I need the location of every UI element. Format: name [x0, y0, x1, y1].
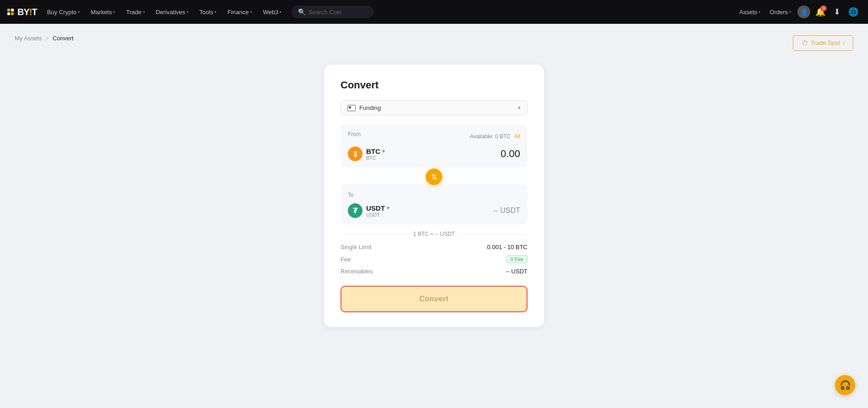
nav-finance[interactable]: Finance ▾ — [223, 0, 256, 24]
single-limit-label: Single Limit — [341, 244, 371, 250]
breadcrumb-separator: > — [45, 35, 49, 42]
arrow-right-icon: › — [843, 39, 845, 46]
nav-orders[interactable]: Orders ▾ — [766, 9, 795, 16]
rate-line-left — [341, 234, 409, 234]
single-limit-row: Single Limit 0.001 - 10 BTC — [341, 244, 527, 250]
chevron-down-icon: ▾ — [214, 10, 216, 14]
chevron-down-icon: ▾ — [250, 10, 252, 14]
available-all-button[interactable]: All — [514, 133, 520, 140]
chevron-down-icon: ▾ — [387, 205, 390, 211]
receivables-label: Receivables — [341, 268, 373, 275]
nav-trade[interactable]: Trade ▾ — [121, 0, 149, 24]
notification-badge: 3 — [820, 5, 827, 11]
logo-text: BY!T — [17, 7, 37, 17]
trade-spot-button[interactable]: ⏱ Trade Spot › — [793, 35, 853, 51]
logo-grid-icon — [7, 9, 14, 15]
nav-right: Assets ▾ Orders ▾ 👤 🔔 3 ⬇ 🌐 — [736, 5, 861, 19]
support-button[interactable]: 🎧 — [835, 375, 855, 395]
language-button[interactable]: 🌐 — [846, 5, 861, 19]
usdt-icon: ₮ — [348, 203, 363, 218]
btc-icon: ₿ — [348, 147, 363, 161]
chevron-down-icon: ▾ — [78, 10, 80, 14]
from-coin-info: BTC ▾ BTC — [366, 147, 385, 161]
swap-button-wrap: ⇅ — [341, 169, 527, 185]
nav-assets[interactable]: Assets ▾ — [736, 9, 764, 16]
chevron-down-icon: ▾ — [382, 148, 385, 154]
breadcrumb: My Assets > Convert — [15, 35, 73, 42]
profile-button[interactable]: 👤 — [797, 5, 811, 19]
chevron-down-icon: ▾ — [758, 10, 760, 14]
to-amount: -- USDT — [493, 207, 520, 215]
clock-icon: ⏱ — [802, 39, 808, 47]
chevron-down-icon: ▾ — [113, 10, 115, 14]
to-coin-info: USDT ▾ USDT — [366, 204, 390, 218]
chevron-down-icon: ▾ — [187, 10, 188, 14]
receivables-value: -- USDT — [505, 268, 527, 275]
nav-tools[interactable]: Tools ▾ — [195, 0, 221, 24]
fee-label: Fee — [341, 256, 351, 263]
from-box: From Available: 0 BTC All ₿ BTC ▾ BTC — [341, 125, 527, 168]
convert-card: Convert Funding ▾ From Available: 0 BTC … — [324, 65, 544, 327]
receivables-row: Receivables -- USDT — [341, 268, 527, 275]
card-title: Convert — [341, 79, 527, 91]
chevron-down-icon: ▾ — [280, 10, 281, 14]
from-amount[interactable]: 0.00 — [500, 148, 520, 160]
breadcrumb-my-assets[interactable]: My Assets — [15, 35, 42, 42]
chevron-down-icon: ▾ — [143, 10, 145, 14]
page-content: My Assets > Convert ⏱ Trade Spot › Conve… — [0, 24, 868, 408]
headset-icon: 🎧 — [840, 380, 851, 391]
nav-markets[interactable]: Markets ▾ — [86, 0, 120, 24]
funding-icon — [347, 105, 356, 111]
fee-row: Fee 0 Fee — [341, 255, 527, 263]
download-icon: ⬇ — [834, 7, 841, 17]
avatar: 👤 — [797, 5, 810, 18]
search-bar[interactable]: 🔍 Search Coin — [291, 5, 374, 18]
download-button[interactable]: ⬇ — [830, 5, 844, 19]
search-icon: 🔍 — [298, 8, 306, 16]
from-row: ₿ BTC ▾ BTC 0.00 — [348, 147, 520, 161]
swap-button[interactable]: ⇅ — [426, 169, 442, 185]
to-label: To — [348, 192, 354, 198]
fee-badge: 0 Fee — [506, 255, 527, 263]
chevron-down-icon: ▾ — [518, 105, 521, 111]
convert-button-wrap: Convert — [341, 286, 527, 312]
single-limit-value: 0.001 - 10 BTC — [487, 244, 527, 250]
globe-icon: 🌐 — [848, 7, 858, 17]
available-text: Available: 0 BTC All — [470, 133, 520, 140]
notifications-button[interactable]: 🔔 3 — [813, 5, 828, 19]
nav-web3[interactable]: Web3 ▾ — [258, 0, 286, 24]
to-coin-selector[interactable]: ₮ USDT ▾ USDT — [348, 203, 390, 218]
chevron-down-icon: ▾ — [789, 10, 791, 14]
from-coin-selector[interactable]: ₿ BTC ▾ BTC — [348, 147, 385, 161]
from-label: From — [348, 131, 361, 137]
breadcrumb-convert: Convert — [53, 35, 74, 42]
to-box: To ₮ USDT ▾ USDT -- USDT — [341, 184, 527, 224]
nav-buy-crypto[interactable]: Buy Crypto ▾ — [43, 0, 84, 24]
navbar: BY!T Buy Crypto ▾ Markets ▾ Trade ▾ Deri… — [0, 0, 868, 24]
funding-dropdown[interactable]: Funding ▾ — [341, 100, 527, 115]
rate-row: 1 BTC ≈ -- USDT — [341, 231, 527, 237]
convert-button[interactable]: Convert — [341, 286, 527, 312]
to-row: ₮ USDT ▾ USDT -- USDT — [348, 203, 520, 218]
logo[interactable]: BY!T — [7, 7, 37, 17]
rate-line-right — [459, 234, 527, 234]
nav-derivatives[interactable]: Derivatives ▾ — [151, 0, 193, 24]
